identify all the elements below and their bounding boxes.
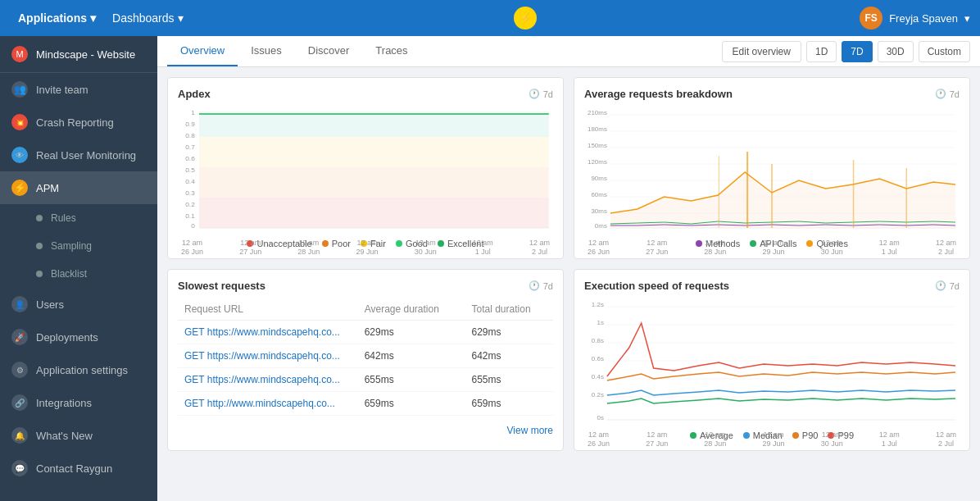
url-cell-4[interactable]: GET http://www.mindscapehq.co... [178, 392, 358, 416]
sidebar-item-app-name[interactable]: M Mindscape - Website [0, 36, 157, 73]
avg-requests-chart: 210ms 180ms 150ms 120ms 90ms 60ms 30ms 0… [584, 107, 960, 234]
time-7d-button[interactable]: 7D [842, 41, 872, 62]
sidebar-item-app-settings[interactable]: ⚙ Application settings [0, 353, 157, 386]
dashboards-menu[interactable]: Dashboards ▾ [104, 8, 192, 28]
table-row: GET https://www.mindscapehq.co... 629ms … [178, 321, 553, 344]
svg-text:30ms: 30ms [591, 207, 606, 215]
sidebar-item-blacklist[interactable]: Blacklist [0, 260, 157, 288]
slowest-requests-header: Slowest requests 🕐 7d [178, 280, 553, 292]
view-more-link[interactable]: View more [507, 425, 553, 436]
exec-x-0: 12 am26 Jun [588, 430, 610, 449]
svg-text:0.1: 0.1 [185, 212, 195, 220]
sidebar-item-apm[interactable]: ⚡ APM [0, 171, 157, 204]
time-1d-button[interactable]: 1D [806, 41, 837, 62]
edit-overview-button[interactable]: Edit overview [722, 41, 801, 62]
sidebar-label-crash: Crash Reporting [36, 116, 114, 129]
url-cell-1[interactable]: GET https://www.mindscapehq.co... [178, 321, 358, 344]
svg-text:1: 1 [191, 109, 195, 116]
tab-traces[interactable]: Traces [362, 36, 420, 66]
main-content: Overview Issues Discover Traces Edit ove… [157, 36, 980, 501]
sidebar-item-rum[interactable]: 👁 Real User Monitoring [0, 139, 157, 171]
svg-text:0.8: 0.8 [185, 132, 195, 139]
sidebar-label-sampling: Sampling [51, 240, 92, 252]
svg-text:0.2s: 0.2s [592, 391, 604, 399]
sidebar-item-crash-reporting[interactable]: 💥 Crash Reporting [0, 106, 157, 139]
tab-discover[interactable]: Discover [295, 36, 363, 66]
tabs-left: Overview Issues Discover Traces [167, 36, 421, 66]
avg-cell-4: 659ms [358, 392, 465, 416]
slowest-requests-table: Request URL Average duration Total durat… [178, 298, 553, 416]
sidebar-item-sampling[interactable]: Sampling [0, 232, 157, 260]
table-body: GET https://www.mindscapehq.co... 629ms … [178, 321, 553, 416]
exec-speed-x-labels: 12 am26 Jun 12 am27 Jun 12 am28 Jun 12 a… [584, 430, 960, 449]
x-label-3: 12 am29 Jun [356, 239, 378, 257]
avg-cell-2: 642ms [358, 344, 465, 368]
sidebar-label-rules: Rules [51, 212, 76, 224]
svg-rect-13 [199, 137, 549, 167]
exec-x-4: 12 am30 Jun [821, 430, 843, 449]
exec-x-6: 12 am2 Jul [936, 430, 956, 449]
execution-speed-time: 🕐 7d [935, 280, 960, 291]
slowest-requests-title: Slowest requests [178, 280, 265, 292]
main-layout: M Mindscape - Website 👥 Invite team 💥 Cr… [0, 36, 980, 501]
avg-requests-card: Average requests breakdown 🕐 7d 210ms 18… [574, 77, 970, 259]
svg-text:0.7: 0.7 [185, 143, 195, 151]
sidebar-item-contact[interactable]: 💬 Contact Raygun [0, 452, 157, 485]
svg-text:0.2: 0.2 [185, 201, 195, 208]
dash-chevron-icon: ▾ [178, 11, 184, 25]
total-cell-2: 642ms [465, 344, 553, 368]
svg-text:0.6: 0.6 [185, 155, 195, 162]
whats-new-icon: 🔔 [11, 427, 28, 444]
apdex-x-labels: 12 am26 Jun 12 am27 Jun 12 am28 Jun 12 a… [178, 239, 553, 257]
app-chevron-icon: ▾ [90, 11, 96, 25]
apm-icon: ⚡ [11, 180, 28, 196]
total-cell-1: 629ms [465, 321, 553, 344]
svg-text:120ms: 120ms [588, 158, 607, 166]
applications-menu[interactable]: Applications ▾ [10, 8, 104, 28]
exec-speed-svg: 1.2s 1s 0.8s 0.6s 0.4s 0.2s 0s [584, 298, 960, 426]
clock-icon3: 🕐 [529, 280, 540, 291]
table-row: GET https://www.mindscapehq.co... 642ms … [178, 344, 553, 368]
col-avg: Average duration [358, 298, 465, 321]
apdex-svg: 1 0.9 0.8 0.7 0.6 0.5 0.4 0.3 0.2 0.1 0 [178, 107, 553, 234]
url-cell-2[interactable]: GET https://www.mindscapehq.co... [178, 344, 358, 368]
svg-text:0ms: 0ms [595, 222, 607, 230]
sidebar-label-whats-new: What's New [36, 430, 93, 442]
tab-overview[interactable]: Overview [167, 36, 238, 66]
col-total: Total duration [465, 298, 553, 321]
sidebar-item-users[interactable]: 👤 Users [0, 288, 157, 321]
view-more-area: View more [178, 416, 553, 437]
svg-text:0.4: 0.4 [185, 178, 195, 185]
svg-text:0.8s: 0.8s [592, 337, 604, 344]
top-navigation: Applications ▾ Dashboards ▾ ⚡ FS Freyja … [0, 0, 980, 36]
avg-x-2: 12 am28 Jun [704, 239, 726, 257]
url-cell-3[interactable]: GET https://www.mindscapehq.co... [178, 368, 358, 392]
tab-issues[interactable]: Issues [238, 36, 295, 66]
user-area: FS Freyja Spaven ▾ [860, 7, 970, 30]
time-custom-button[interactable]: Custom [919, 41, 970, 62]
avg-requests-x-labels: 12 am26 Jun 12 am27 Jun 12 am28 Jun 12 a… [584, 239, 960, 257]
sidebar-label-contact: Contact Raygun [36, 462, 112, 475]
users-icon: 👤 [11, 296, 28, 312]
sidebar-label-deployments: Deployments [36, 331, 98, 344]
dashboards-label: Dashboards [112, 11, 175, 25]
svg-text:150ms: 150ms [588, 142, 607, 149]
sidebar-label-users: Users [36, 298, 64, 311]
sidebar-item-invite-team[interactable]: 👥 Invite team [0, 73, 157, 106]
sidebar-label-rum: Real User Monitoring [36, 149, 136, 162]
execution-speed-chart: 1.2s 1s 0.8s 0.6s 0.4s 0.2s 0s [584, 298, 960, 426]
exec-x-2: 12 am28 Jun [704, 430, 726, 449]
svg-text:0.4s: 0.4s [592, 373, 604, 380]
deployments-icon: 🚀 [11, 329, 28, 345]
sidebar-item-whats-new[interactable]: 🔔 What's New [0, 419, 157, 452]
sidebar-item-integrations[interactable]: 🔗 Integrations [0, 386, 157, 419]
sidebar-label-apm: APM [36, 182, 59, 194]
exec-x-1: 12 am27 Jun [646, 430, 668, 449]
avg-requests-header: Average requests breakdown 🕐 7d [584, 88, 960, 100]
sidebar-item-deployments[interactable]: 🚀 Deployments [0, 321, 157, 353]
total-cell-3: 655ms [465, 368, 553, 392]
tabs-bar: Overview Issues Discover Traces Edit ove… [157, 36, 980, 67]
user-chevron-icon: ▾ [964, 12, 970, 25]
sidebar-item-rules[interactable]: Rules [0, 204, 157, 232]
time-30d-button[interactable]: 30D [878, 41, 914, 62]
